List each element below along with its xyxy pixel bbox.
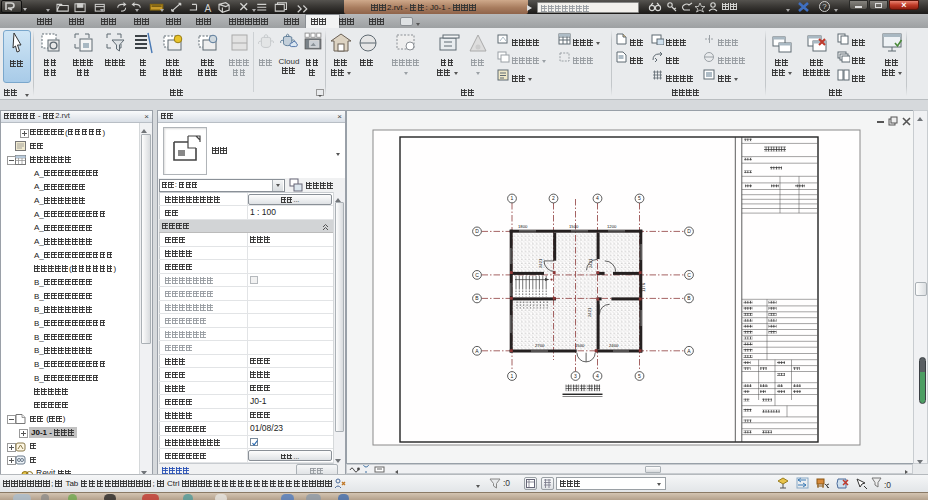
svg-text:2421: 2421 (587, 307, 592, 317)
svg-text:C: C (475, 272, 479, 278)
svg-text:3: 3 (574, 373, 577, 379)
svg-text:C: C (687, 272, 691, 278)
svg-text:5: 5 (638, 373, 641, 379)
svg-text:1: 1 (511, 195, 514, 201)
svg-text:2: 2 (552, 195, 555, 201)
svg-text:2700: 2700 (535, 343, 545, 348)
svg-text:D: D (687, 228, 691, 234)
svg-text:1176: 1176 (641, 282, 646, 292)
svg-text:D: D (475, 228, 479, 234)
svg-text:A: A (204, 2, 211, 13)
svg-text:4: 4 (596, 195, 599, 201)
svg-text:4: 4 (596, 373, 599, 379)
svg-text:5: 5 (638, 195, 641, 201)
svg-text:2421: 2421 (538, 258, 543, 268)
svg-text:2400: 2400 (609, 343, 619, 348)
svg-text:1800: 1800 (518, 224, 528, 229)
svg-text:1500: 1500 (575, 343, 585, 348)
svg-text:1: 1 (511, 373, 514, 379)
svg-text:1500: 1500 (569, 224, 579, 229)
svg-text:1200: 1200 (607, 224, 617, 229)
svg-text:2421: 2421 (588, 258, 593, 268)
